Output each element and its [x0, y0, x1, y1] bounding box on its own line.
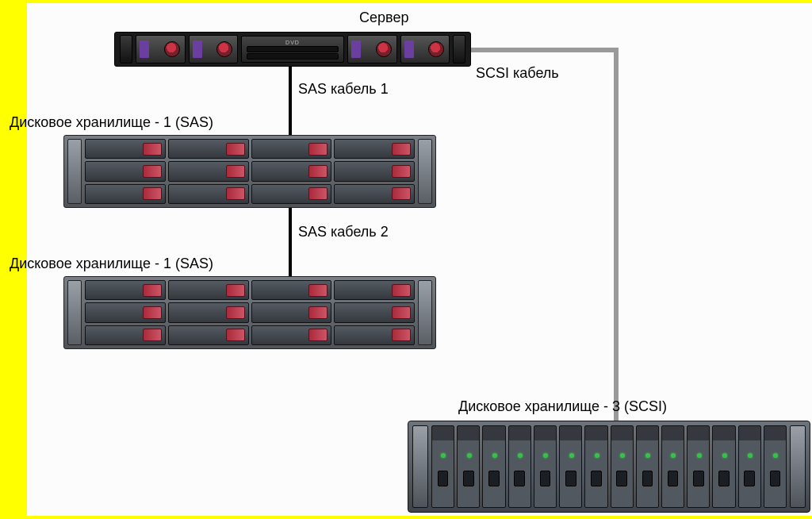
scsi-drive-slots	[431, 425, 787, 508]
server-drive-bay	[136, 35, 186, 63]
sas-shelf-2-label: Дисковое хранилище - 1 (SAS)	[10, 256, 213, 272]
drive-handle-icon	[226, 187, 245, 200]
drive-handle-icon	[392, 143, 411, 156]
sas-shelf-1-grid	[85, 139, 415, 204]
sas-cable-2	[289, 208, 292, 278]
sas-drive	[251, 302, 332, 322]
drive-handle-icon	[226, 143, 245, 156]
drive-handle-icon	[308, 306, 327, 319]
scsi-drive	[457, 425, 480, 508]
sas-cable-2-label: SAS кабель 2	[298, 224, 389, 240]
drive-handle-icon	[143, 165, 162, 178]
sas-drive	[85, 161, 166, 181]
drive-handle-icon	[392, 187, 411, 200]
sas-drive	[85, 325, 166, 345]
sas-shelf-1	[63, 135, 436, 208]
rack-ear-icon	[67, 139, 82, 204]
rack-ear-icon	[412, 425, 428, 508]
server-drive-bay	[400, 35, 450, 63]
scsi-shelf	[408, 421, 810, 513]
drive-handle-icon	[308, 187, 327, 200]
optical-slot-icon	[247, 53, 339, 60]
optical-slot-icon	[247, 46, 339, 52]
drive-handle-icon	[226, 329, 245, 341]
drive-handle-icon	[392, 284, 411, 297]
drive-platter-icon	[376, 41, 392, 57]
scsi-drive	[534, 425, 557, 508]
rack-ear-icon	[418, 280, 432, 345]
server-optical-panel: DVD	[241, 36, 344, 63]
drive-handle-icon	[308, 329, 327, 341]
drive-handle-icon	[143, 143, 162, 156]
sas-cable-1-label: SAS кабель 1	[298, 81, 389, 98]
sas-shelf-1-label: Дисковое хранилище - 1 (SAS)	[10, 114, 213, 131]
sas-drive	[85, 280, 166, 300]
drive-handle-icon	[143, 187, 162, 200]
drive-handle-icon	[226, 306, 245, 319]
drive-platter-icon	[428, 41, 444, 57]
drive-handle-icon	[143, 284, 162, 297]
sas-drive	[334, 302, 415, 322]
drive-handle-icon	[143, 329, 162, 341]
scsi-drive	[584, 425, 607, 508]
sas-drive	[251, 184, 332, 204]
sas-drive	[334, 139, 415, 159]
sas-shelf-2-grid	[85, 280, 415, 345]
scsi-drive	[482, 425, 505, 508]
sas-drive	[251, 161, 332, 181]
sas-drive	[251, 325, 332, 345]
sas-drive	[251, 139, 332, 159]
drive-platter-icon	[164, 41, 180, 57]
rack-ear-icon	[67, 280, 82, 345]
drive-handle-icon	[308, 284, 327, 297]
scsi-drive	[712, 425, 735, 508]
scsi-drive	[431, 425, 454, 508]
scsi-cable-seg-vert	[614, 48, 619, 425]
rack-ear-icon	[418, 139, 432, 204]
sas-drive	[168, 184, 249, 204]
sas-drive	[334, 161, 415, 181]
drive-handle-icon	[392, 165, 411, 178]
scsi-drive	[764, 425, 787, 508]
drive-handle-icon	[226, 165, 245, 178]
scsi-drive	[559, 425, 582, 508]
sas-drive	[334, 184, 415, 204]
rack-ear-icon	[790, 425, 806, 508]
sas-drive	[168, 302, 249, 322]
sas-drive	[168, 325, 249, 345]
drive-platter-icon	[216, 41, 232, 57]
sas-drive	[168, 139, 249, 159]
sas-drive	[168, 161, 249, 181]
scsi-cable-label: SCSI кабель	[476, 65, 559, 82]
dvd-label: DVD	[247, 40, 339, 45]
drive-handle-icon	[392, 329, 411, 341]
sas-shelf-2	[63, 276, 436, 349]
sas-drive	[85, 139, 166, 159]
sas-drive	[85, 184, 166, 204]
drive-handle-icon	[308, 165, 327, 178]
scsi-drive	[611, 425, 634, 508]
scsi-drive	[508, 425, 531, 508]
drive-handle-icon	[226, 284, 245, 297]
drive-handle-icon	[392, 306, 411, 319]
rack-ear-icon	[120, 35, 132, 63]
sas-drive	[334, 280, 415, 300]
scsi-drive	[687, 425, 710, 508]
server-drive-bay	[347, 35, 397, 63]
scsi-cable-seg-top	[471, 48, 619, 52]
server-1u: DVD	[114, 32, 471, 67]
scsi-shelf-label: Дисковое хранилище - 3 (SCSI)	[458, 398, 667, 415]
drive-handle-icon	[143, 306, 162, 319]
sas-cable-1	[289, 67, 292, 136]
server-title-label: Сервер	[359, 10, 408, 26]
sas-drive	[334, 325, 415, 345]
scsi-drive	[738, 425, 761, 508]
scsi-drive	[636, 425, 659, 508]
scsi-drive	[661, 425, 684, 508]
server-drive-bay	[189, 35, 239, 63]
sas-drive	[85, 302, 166, 322]
diagram-canvas: Сервер SCSI кабель SAS кабель 1 Дисковое…	[0, 0, 812, 519]
rack-ear-icon	[453, 35, 465, 63]
drive-handle-icon	[308, 143, 327, 156]
sas-drive	[168, 280, 249, 300]
